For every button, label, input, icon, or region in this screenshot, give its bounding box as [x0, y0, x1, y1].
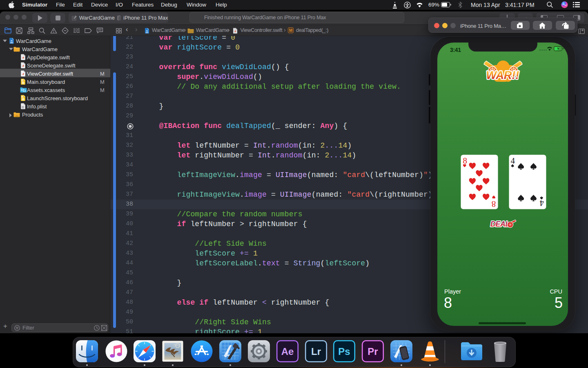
- svg-text:8: 8: [491, 199, 496, 209]
- svg-text:Lr: Lr: [311, 346, 321, 357]
- svg-text:Ps: Ps: [338, 346, 350, 357]
- svg-text:WAR!!: WAR!!: [486, 69, 519, 81]
- svg-text:Pr: Pr: [368, 346, 378, 357]
- svg-text:DEAL: DEAL: [490, 220, 510, 228]
- svg-text:4: 4: [539, 198, 544, 208]
- svg-text:Ae: Ae: [281, 346, 294, 357]
- svg-text:4: 4: [510, 156, 515, 166]
- svg-text:8: 8: [463, 156, 467, 166]
